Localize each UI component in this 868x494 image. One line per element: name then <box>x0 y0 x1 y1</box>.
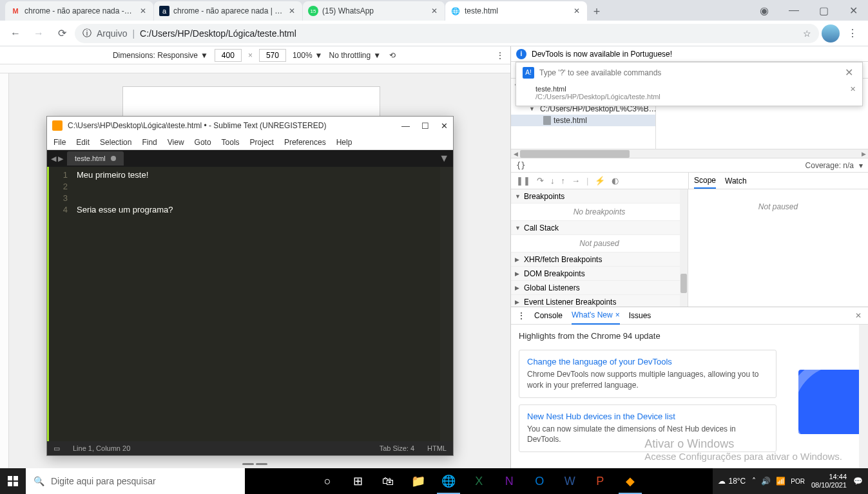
rotate-icon[interactable]: ⟲ <box>387 50 398 61</box>
command-input[interactable] <box>539 68 837 77</box>
store-icon[interactable]: 🛍 <box>374 468 402 494</box>
language-icon[interactable]: POR <box>791 478 805 485</box>
code-content[interactable]: Meu primeiro teste! Seria esse um progra… <box>73 167 440 441</box>
menu-tools[interactable]: Tools <box>222 138 240 147</box>
menu-file[interactable]: File <box>53 138 66 147</box>
menu-find[interactable]: Find <box>142 138 157 147</box>
close-drawer-icon[interactable]: ✕ <box>855 311 862 320</box>
taskbar-search[interactable]: 🔍 Digite aqui para pesquisar <box>26 468 245 494</box>
task-view-icon[interactable]: ⊞ <box>343 468 372 494</box>
drag-handle[interactable] <box>242 463 268 466</box>
menu-goto[interactable]: Goto <box>195 138 211 147</box>
width-input[interactable] <box>215 49 242 62</box>
chrome-icon[interactable]: 🌐 <box>434 468 463 494</box>
tab-dropdown-icon[interactable]: ▼ <box>439 153 449 164</box>
sublime-editor[interactable]: 1 2 3 4 Meu primeiro teste! Seria esse u… <box>47 167 453 441</box>
browser-tab[interactable]: M chrome - não aparece nada - an… ✕ <box>5 1 153 21</box>
acc-xhr[interactable]: ▶XHR/fetch Breakpoints <box>511 252 688 267</box>
horizontal-scrollbar[interactable]: ◀ ▶ <box>511 149 868 158</box>
powerpoint-icon[interactable]: P <box>586 468 614 494</box>
close-icon[interactable]: ✕ <box>138 6 148 16</box>
weather-widget[interactable]: ☁ 18°C <box>718 477 746 486</box>
close-button[interactable]: ✕ <box>838 0 868 21</box>
command-result[interactable]: ✕ teste.html /C:/Users/HP/Desktop/Lógica… <box>516 82 862 106</box>
menu-help[interactable]: Help <box>336 138 352 147</box>
minimize-button[interactable]: — <box>401 121 410 131</box>
deactivate-bp-icon[interactable]: ⚡ <box>595 176 605 185</box>
tab-issues[interactable]: Issues <box>629 307 651 325</box>
chrome-account-icon[interactable]: ◉ <box>749 0 779 21</box>
syntax-mode[interactable]: HTML <box>427 444 447 452</box>
card-title-link[interactable]: New Nest Hub devices in the Device list <box>527 412 768 421</box>
sublime-icon[interactable]: ◆ <box>616 468 644 494</box>
scrollbar-thumb[interactable] <box>520 150 630 158</box>
excel-icon[interactable]: X <box>465 468 493 494</box>
outlook-icon[interactable]: O <box>525 468 554 494</box>
word-icon[interactable]: W <box>555 468 584 494</box>
scroll-right-icon[interactable]: ▶ <box>859 149 868 158</box>
tab-nav-icons[interactable]: ◀ ▶ <box>51 155 63 163</box>
browser-tab-active[interactable]: 🌐 teste.html ✕ <box>445 1 587 21</box>
step-into-icon[interactable]: ↓ <box>550 176 555 185</box>
minimap[interactable] <box>440 167 453 441</box>
accordion-scrollbar[interactable] <box>680 189 688 307</box>
back-button[interactable]: ← <box>5 23 26 44</box>
close-icon[interactable]: × <box>615 310 620 319</box>
taskbar-clock[interactable]: 14:44 08/10/2021 <box>811 473 847 489</box>
acc-global[interactable]: ▶Global Listeners <box>511 281 688 295</box>
info-icon[interactable]: ⓘ <box>82 28 92 39</box>
reload-button[interactable]: ⟳ <box>52 23 72 44</box>
braces-icon[interactable]: {} <box>516 161 525 170</box>
close-button[interactable]: ✕ <box>441 121 448 131</box>
browser-tab[interactable]: a chrome - não aparece nada | Lóg… ✕ <box>154 1 302 21</box>
close-icon[interactable]: ✕ <box>287 6 297 16</box>
menu-preferences[interactable]: Preferences <box>284 138 326 147</box>
coverage-toggle-icon[interactable]: ▾ <box>859 161 863 170</box>
step-icon[interactable]: → <box>572 176 580 185</box>
close-icon[interactable]: ✕ <box>850 85 856 93</box>
url-field[interactable]: ⓘ Arquivo | C:/Users/HP/Desktop/Lógica/t… <box>75 24 819 43</box>
maximize-button[interactable]: ▢ <box>809 0 838 21</box>
close-icon[interactable]: ✕ <box>842 66 856 79</box>
browser-tab[interactable]: 15 (15) WhatsApp ✕ <box>303 1 445 21</box>
menu-edit[interactable]: Edit <box>76 138 90 147</box>
onenote-icon[interactable]: N <box>495 468 523 494</box>
sublime-tab[interactable]: teste.html <box>67 151 124 166</box>
volume-icon[interactable]: 🔊 <box>761 477 771 486</box>
scroll-left-icon[interactable]: ◀ <box>511 149 520 158</box>
wifi-icon[interactable]: 📶 <box>776 477 786 486</box>
explorer-icon[interactable]: 📁 <box>404 468 432 494</box>
acc-event[interactable]: ▶Event Listener Breakpoints <box>511 295 688 307</box>
maximize-button[interactable]: ☐ <box>421 121 429 131</box>
chevron-up-icon[interactable]: ˄ <box>752 477 756 486</box>
console-icon[interactable]: ▭ <box>53 444 60 453</box>
throttle-dropdown[interactable]: No throttling ▼ <box>329 51 381 60</box>
zoom-dropdown[interactable]: 100% ▼ <box>293 51 323 60</box>
tab-console[interactable]: Console <box>534 307 563 325</box>
close-icon[interactable]: ✕ <box>429 6 439 16</box>
step-over-icon[interactable]: ↷ <box>537 176 544 185</box>
pause-on-exceptions-icon[interactable]: ◐ <box>612 176 619 185</box>
cortana-icon[interactable]: ○ <box>313 468 342 494</box>
close-icon[interactable]: ✕ <box>572 6 582 16</box>
height-input[interactable] <box>259 49 286 62</box>
drawer-menu-icon[interactable]: ⋮ <box>517 311 525 320</box>
acc-callstack[interactable]: ▼Call Stack <box>511 221 688 235</box>
chrome-menu-icon[interactable]: ⋮ <box>842 23 863 44</box>
device-toolbar-menu-icon[interactable]: ⋮ <box>496 51 504 60</box>
tab-scope[interactable]: Scope <box>694 173 716 189</box>
tab-whats-new[interactable]: What's New × <box>572 307 620 325</box>
profile-avatar[interactable] <box>822 24 840 43</box>
notifications-icon[interactable]: 💬 <box>853 477 863 486</box>
menu-project[interactable]: Project <box>250 138 274 147</box>
start-button[interactable] <box>0 468 26 494</box>
sublime-titlebar[interactable]: C:\Users\HP\Desktop\Lógica\teste.html • … <box>47 117 453 135</box>
acc-breakpoints[interactable]: ▼Breakpoints <box>511 189 688 204</box>
minimize-button[interactable]: — <box>779 0 809 21</box>
acc-dom[interactable]: ▶DOM Breakpoints <box>511 267 688 281</box>
menu-selection[interactable]: Selection <box>100 138 131 147</box>
card-title-link[interactable]: Change the language of your DevTools <box>527 357 768 366</box>
new-tab-button[interactable]: + <box>588 3 606 21</box>
menu-view[interactable]: View <box>168 138 184 147</box>
bookmark-icon[interactable]: ☆ <box>803 28 811 39</box>
